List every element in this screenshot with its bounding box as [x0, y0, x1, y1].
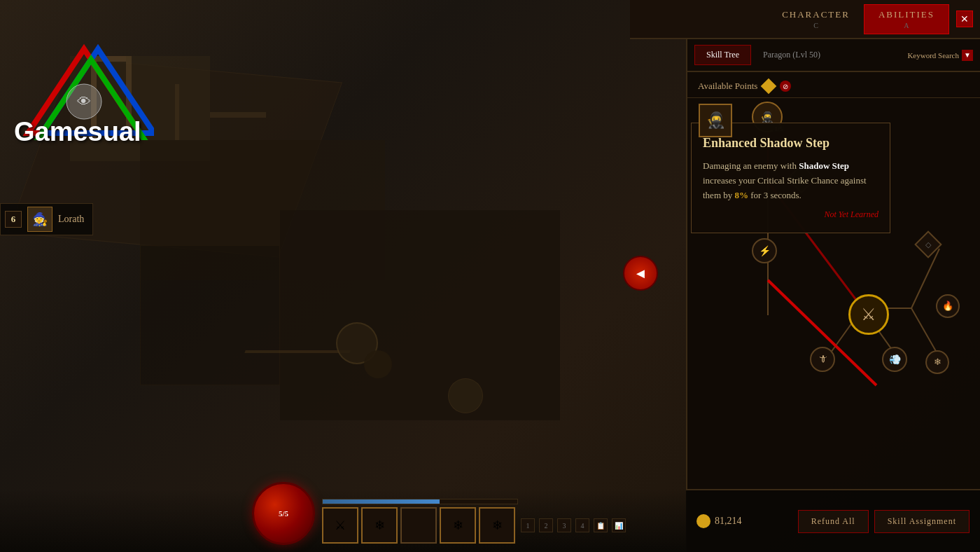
skill-assignment-button[interactable]: Skill Assignment: [874, 510, 969, 533]
tooltip-skill-name: Shadow Step: [799, 160, 849, 171]
key-1[interactable]: 1: [521, 518, 535, 532]
tooltip-percent: 8%: [735, 190, 749, 200]
gold-point-icon: [761, 78, 777, 95]
skill-tree-area[interactable]: 🥷 Enhanced Shadow Step Damaging an enemy…: [687, 98, 980, 524]
skill-node-far-right-2[interactable]: 🔥: [936, 294, 960, 318]
svg-line-12: [911, 249, 939, 308]
skill-node-far-right-1[interactable]: ◇: [918, 235, 938, 254]
red-point-icon: ⊘: [780, 81, 791, 92]
skill-slot-2[interactable]: ❄: [361, 507, 398, 544]
key-tab-1[interactable]: 📋: [594, 518, 608, 532]
tooltip-desc-part3: for 3 seconds.: [748, 190, 802, 200]
nav-character[interactable]: CHARACTER C: [768, 5, 864, 34]
nav-back-arrow[interactable]: ◄: [623, 256, 658, 291]
skill-bar: ⚔ ❄ ❄ ❄ 1 2 3 4 📋 📊: [322, 507, 626, 544]
skill-tooltip: 🥷 Enhanced Shadow Step Damaging an enemy…: [691, 123, 890, 233]
skill-node-main[interactable]: ⚔: [848, 294, 889, 335]
player-avatar: 🧙: [27, 207, 52, 232]
abilities-tab-key: A: [904, 22, 909, 29]
skill-node-bot-left[interactable]: 🗡: [810, 347, 835, 372]
available-points: Available Points ⊘: [687, 72, 980, 98]
currency-display: 81,214: [696, 514, 742, 528]
skill-panel-bottom: 81,214 Refund All Skill Assignment: [686, 489, 980, 552]
tooltip-title: Enhanced Shadow Step: [703, 136, 878, 151]
skill-panel: CHARACTER C ABILITIES A ✕ Skill Tree Par…: [686, 0, 980, 552]
key-tab-2[interactable]: 📊: [612, 518, 626, 532]
skill-node-bot-right[interactable]: 💨: [882, 347, 907, 372]
paragon-tab[interactable]: Paragon (Lvl 50): [751, 45, 832, 65]
close-button[interactable]: ✕: [956, 11, 973, 27]
resource-bar: [322, 499, 518, 504]
top-navigation: CHARACTER C ABILITIES A ✕: [630, 0, 980, 39]
player-info-panel: 6 🧙 Lorath: [0, 203, 93, 235]
player-name: Lorath: [58, 214, 84, 225]
watermark-text: Gamesual: [14, 117, 141, 147]
player-level: 6: [5, 211, 22, 228]
gold-amount: 81,214: [715, 516, 742, 527]
health-value: 5/5: [279, 509, 288, 518]
skill-panel-header: Skill Tree Paragon (Lvl 50) Keyword Sear…: [687, 39, 980, 72]
abilities-tab-label: ABILITIES: [878, 9, 934, 20]
skill-node-far-right-3[interactable]: ❄: [925, 350, 949, 374]
gold-coin-icon: [696, 514, 710, 528]
key-4[interactable]: 4: [575, 518, 589, 532]
available-points-label: Available Points: [698, 81, 757, 92]
tooltip-desc-part1: Damaging an enemy with: [703, 160, 799, 171]
tooltip-description: Damaging an enemy with Shadow Step incre…: [703, 159, 878, 202]
skill-slot-3[interactable]: [400, 507, 437, 544]
health-orb: 5/5: [252, 482, 315, 545]
watermark: 👁 Gamesual: [14, 42, 154, 154]
search-dropdown-btn[interactable]: ▼: [962, 50, 973, 61]
character-tab-label: CHARACTER: [782, 9, 850, 20]
tooltip-skill-icon: 🥷: [699, 104, 732, 137]
character-tab-key: C: [813, 22, 818, 29]
action-buttons: Refund All Skill Assignment: [798, 510, 969, 533]
skill-slot-1[interactable]: ⚔: [322, 507, 358, 544]
nav-abilities[interactable]: ABILITIES A: [864, 4, 949, 34]
key-2[interactable]: 2: [539, 518, 553, 532]
tooltip-status: Not Yet Learned: [703, 209, 878, 220]
search-label: Keyword Search: [907, 51, 959, 60]
num-keys: 1 2 3 4 📋 📊: [521, 518, 626, 532]
skill-slot-4[interactable]: ❄: [440, 507, 476, 544]
resource-fill: [323, 499, 440, 504]
svg-text:👁: 👁: [77, 94, 91, 109]
skill-slot-5[interactable]: ❄: [479, 507, 515, 544]
refund-all-button[interactable]: Refund All: [798, 510, 869, 533]
skill-tree-tab[interactable]: Skill Tree: [694, 45, 751, 65]
keyword-search[interactable]: Keyword Search ▼: [907, 45, 973, 65]
key-3[interactable]: 3: [557, 518, 571, 532]
skill-node-mid-1[interactable]: ⚡: [752, 238, 777, 263]
